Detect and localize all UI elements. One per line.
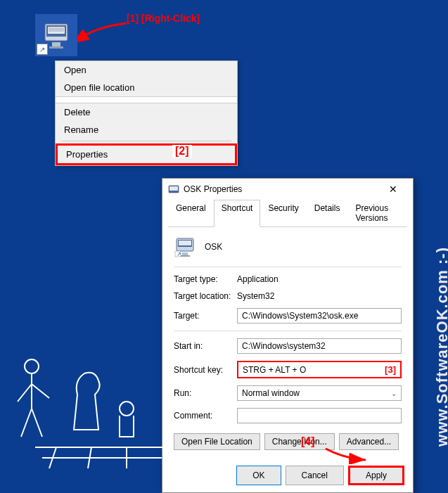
comment-row: Comment:: [174, 408, 402, 423]
svg-line-22: [32, 409, 42, 437]
svg-rect-12: [179, 241, 191, 245]
target-location-label: Target location:: [174, 291, 237, 301]
arrow-annotation-4: [324, 443, 373, 464]
run-label: Run:: [174, 388, 237, 398]
arrow-annotation-1: [77, 21, 130, 46]
shortcut-key-row: Shortcut key: STRG + ALT + O [3]: [174, 361, 402, 378]
annotation-step-2: [2]: [172, 145, 192, 158]
target-label: Target:: [174, 311, 237, 321]
target-location-value: System32: [237, 291, 402, 301]
svg-rect-7: [49, 46, 63, 49]
shortcut-key-label: Shortcut key:: [174, 365, 237, 375]
target-row: Target:: [174, 308, 402, 324]
run-select[interactable]: Normal window ⌄: [237, 385, 402, 401]
menu-gap: [56, 96, 237, 103]
menu-item-rename[interactable]: Rename: [56, 121, 237, 139]
run-value: Normal window: [242, 388, 300, 398]
divider: [174, 267, 402, 267]
menu-item-properties[interactable]: Properties: [56, 143, 237, 165]
target-type-label: Target type:: [174, 274, 237, 284]
divider: [174, 331, 402, 331]
properties-dialog: OSK Properties ✕ General Shortcut Securi…: [162, 178, 414, 493]
svg-rect-6: [52, 42, 60, 46]
start-in-label: Start in:: [174, 341, 237, 351]
tab-shortcut[interactable]: Shortcut: [214, 200, 261, 227]
target-location-row: Target location: System32: [174, 291, 402, 301]
svg-rect-2: [48, 27, 65, 34]
dialog-tabs: General Shortcut Security Details Previo…: [168, 200, 407, 227]
menu-item-delete[interactable]: Delete: [56, 103, 237, 121]
dialog-icon-row: ↗ OSK: [174, 236, 402, 258]
menu-separator: [61, 141, 231, 141]
osk-icon: ↗: [174, 236, 196, 258]
osk-desktop-shortcut[interactable]: ↗: [35, 14, 77, 56]
target-input[interactable]: [237, 308, 402, 324]
keyboard-icon: [168, 184, 179, 195]
ok-button[interactable]: OK: [236, 466, 281, 485]
close-button[interactable]: ✕: [379, 179, 407, 199]
comment-input[interactable]: [237, 408, 402, 423]
context-menu: Open Open file location Delete Rename Pr…: [55, 60, 238, 166]
svg-line-20: [32, 384, 49, 398]
svg-point-17: [25, 359, 39, 373]
watermark-text: www.SoftwareOK.com :-): [433, 247, 448, 447]
osk-label: OSK: [205, 242, 222, 252]
shortcut-key-value: STRG + ALT + O: [243, 365, 306, 375]
tab-security[interactable]: Security: [260, 200, 306, 226]
annotation-step-3: [3]: [385, 364, 396, 375]
svg-rect-9: [169, 186, 178, 191]
dialog-titlebar[interactable]: OSK Properties ✕: [162, 179, 413, 200]
tab-previous-versions[interactable]: Previous Versions: [347, 200, 407, 226]
annotation-step-1: [1] [Right-Click]: [127, 13, 200, 24]
svg-point-23: [120, 402, 134, 416]
cancel-button[interactable]: Cancel: [286, 466, 344, 485]
comment-label: Comment:: [174, 411, 237, 421]
dialog-body: ↗ OSK Target type: Application Target lo…: [162, 227, 413, 459]
chevron-down-icon: ⌄: [391, 390, 397, 397]
chess-decoration: [7, 345, 183, 486]
svg-rect-14: [180, 255, 190, 257]
dialog-title: OSK Properties: [184, 184, 379, 194]
svg-line-19: [18, 384, 32, 402]
menu-item-open[interactable]: Open: [56, 61, 237, 79]
svg-rect-13: [182, 252, 188, 255]
apply-button[interactable]: Apply: [348, 466, 404, 485]
target-type-value: Application: [237, 274, 402, 284]
menu-item-open-file-location[interactable]: Open file location: [56, 79, 237, 96]
open-file-location-button[interactable]: Open File Location: [174, 433, 260, 450]
start-in-row: Start in:: [174, 338, 402, 354]
shortcut-arrow-overlay: ↗: [37, 44, 48, 55]
shortcut-key-input[interactable]: STRG + ALT + O [3]: [237, 361, 402, 378]
annotation-step-4: [4]: [301, 435, 315, 448]
dialog-footer: OK Cancel Apply: [162, 459, 413, 492]
tab-details[interactable]: Details: [307, 200, 348, 226]
run-row: Run: Normal window ⌄: [174, 385, 402, 401]
svg-text:↗: ↗: [177, 251, 181, 257]
svg-line-21: [21, 409, 32, 437]
start-in-input[interactable]: [237, 338, 402, 354]
target-type-row: Target type: Application: [174, 274, 402, 284]
tab-general[interactable]: General: [168, 200, 214, 226]
